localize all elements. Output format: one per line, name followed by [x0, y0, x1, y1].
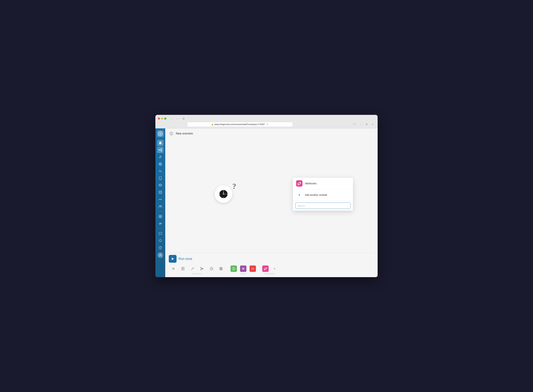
maximize-button[interactable] [164, 117, 166, 120]
lock-icon: 🔒 [211, 123, 213, 126]
sidebar-item-chat[interactable] [157, 230, 163, 237]
tools-section: [] TOOLS [229, 265, 257, 275]
controls-label: CONTROLS [192, 273, 202, 275]
sidebar-item-announcements[interactable] [157, 220, 163, 227]
svg-point-39 [227, 194, 227, 194]
browser-share-icon[interactable]: ↑ [358, 122, 363, 126]
sidebar-item-scenarios[interactable] [157, 147, 163, 153]
save-icon[interactable] [218, 266, 224, 272]
reload-icon[interactable]: ↻ [267, 123, 269, 126]
app-container: i [155, 128, 378, 277]
sidebar-item-datastructures[interactable] [157, 189, 163, 196]
tab-layout-button[interactable]: ⊟ [181, 117, 186, 121]
svg-point-20 [161, 199, 162, 200]
forward-nav-button[interactable]: › [175, 117, 180, 121]
close-button[interactable] [158, 117, 160, 120]
svg-point-36 [223, 190, 224, 191]
tool-array[interactable]: [] [248, 265, 257, 273]
browser-tabs-icon[interactable]: ⧉ [364, 122, 369, 126]
controls-section: CONTROLS [169, 265, 226, 275]
address-bar[interactable]: 🔒 www.integromat.com/scenario/add?compan… [187, 122, 293, 127]
svg-rect-25 [159, 217, 160, 218]
user-avatar[interactable] [158, 252, 163, 258]
svg-point-33 [170, 132, 173, 135]
node-circle[interactable]: ? [215, 185, 232, 203]
add-module-icon: + [296, 192, 302, 198]
sidebar-bottom-divider [158, 229, 163, 229]
svg-point-37 [223, 197, 224, 198]
svg-point-4 [161, 150, 162, 151]
sidebar-item-keys[interactable] [157, 168, 163, 174]
svg-point-3 [161, 149, 162, 149]
svg-line-6 [160, 150, 161, 151]
add-module-label: Add another module [305, 194, 327, 196]
tool-router[interactable] [239, 265, 248, 273]
svg-line-51 [191, 268, 193, 270]
webhooks-fav-icon[interactable] [262, 266, 269, 272]
sidebar-item-home[interactable] [157, 140, 163, 146]
svg-rect-59 [220, 267, 222, 269]
svg-rect-27 [159, 223, 160, 224]
back-button[interactable] [169, 131, 174, 136]
sidebar: i [155, 128, 165, 277]
sidebar-item-team[interactable] [157, 203, 163, 210]
add-favorite-icon[interactable]: + [272, 266, 278, 271]
clock-icon [219, 190, 228, 198]
search-input[interactable] [295, 203, 350, 209]
bottom-toolbar: Run once [165, 253, 378, 277]
wand-icon[interactable] [189, 266, 196, 272]
run-once-label: Run once [179, 257, 192, 261]
svg-point-10 [159, 170, 161, 172]
sidebar-item-devices[interactable] [157, 175, 163, 181]
browser-shield-icon[interactable]: 🛡 [352, 122, 357, 126]
module-menu-popup: Webhooks + Add another module [293, 178, 353, 211]
tool-notes[interactable] [178, 265, 187, 273]
notes-icon[interactable] [180, 266, 186, 272]
webhooks-menu-item[interactable]: Webhooks [293, 178, 353, 189]
svg-point-19 [159, 199, 160, 200]
scenario-node[interactable]: ? [215, 185, 232, 203]
webhooks-label: Webhooks [305, 182, 317, 185]
sidebar-item-connections[interactable] [157, 154, 163, 160]
minimize-button[interactable] [161, 117, 163, 120]
add-module-item[interactable]: + Add another module [293, 189, 353, 201]
sidebar-item-flow[interactable] [157, 196, 163, 203]
main-content: New scenario [165, 128, 378, 277]
tool-schedule[interactable] [207, 265, 216, 273]
router-icon[interactable] [240, 266, 246, 272]
svg-rect-60 [220, 269, 222, 270]
flow-control-icon[interactable] [231, 266, 237, 272]
run-once-button[interactable] [169, 255, 176, 263]
webhooks-icon [296, 180, 302, 187]
back-nav-button[interactable]: ‹ [169, 117, 174, 121]
svg-point-15 [159, 184, 162, 185]
svg-rect-17 [160, 191, 161, 193]
tool-webhooks-fav[interactable] [261, 265, 270, 273]
svg-point-31 [160, 248, 161, 249]
browser-chrome: ‹ › ⊟ 🔒 www.integromat.com/scenario/add?… [155, 115, 378, 128]
browser-add-tab-icon[interactable]: + [370, 122, 375, 126]
settings-icon[interactable] [170, 266, 176, 272]
sidebar-item-webhooks-nav[interactable] [157, 161, 163, 167]
sidebar-item-templates[interactable] [157, 213, 163, 220]
favorites-label: FAVORITES [265, 273, 275, 275]
array-icon[interactable]: [] [250, 266, 256, 272]
app-logo[interactable]: i [157, 130, 164, 137]
sidebar-item-help[interactable] [157, 244, 163, 251]
schedule-icon[interactable] [208, 266, 215, 272]
send-icon[interactable] [199, 266, 205, 272]
svg-point-38 [220, 194, 220, 194]
svg-point-22 [161, 205, 162, 206]
tool-settings[interactable] [169, 265, 178, 273]
tool-add-favorite[interactable]: + [270, 265, 279, 272]
sidebar-item-datastores[interactable] [157, 182, 163, 188]
svg-point-42 [223, 194, 224, 195]
tool-send[interactable] [197, 265, 207, 273]
run-once-row: Run once [169, 255, 374, 263]
scenario-canvas[interactable]: ? W [165, 139, 378, 253]
tool-wand[interactable] [188, 265, 197, 273]
tool-save[interactable] [216, 265, 226, 273]
svg-line-5 [160, 149, 161, 150]
tool-flow-control[interactable] [229, 265, 238, 273]
sidebar-item-notifications[interactable] [157, 238, 163, 244]
